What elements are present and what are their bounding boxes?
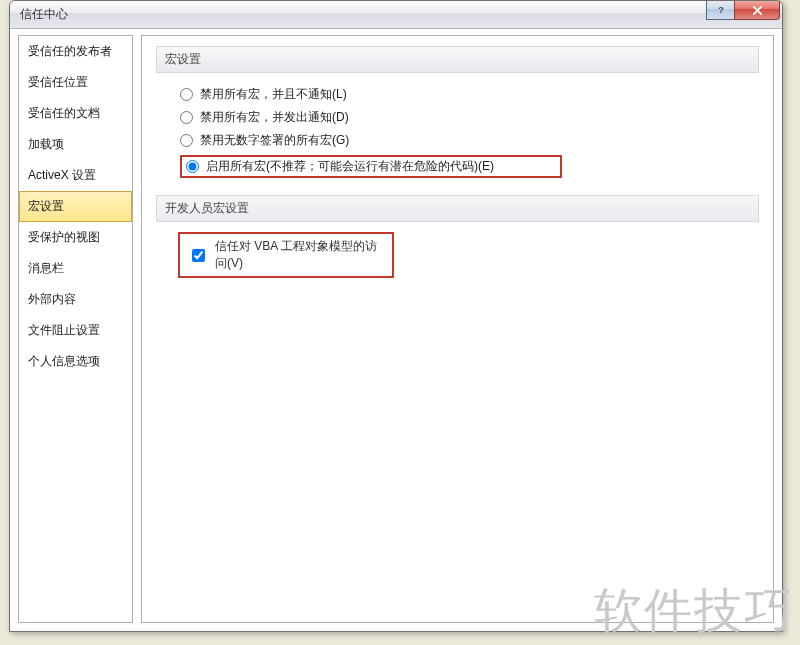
checkbox-label: 信任对 VBA 工程对象模型的访问(V) <box>215 238 384 272</box>
checkbox-trust-vba[interactable] <box>192 249 205 262</box>
sidebar-item-trusted-documents[interactable]: 受信任的文档 <box>19 98 132 129</box>
radio-label: 禁用所有宏，并发出通知(D) <box>200 109 349 126</box>
sidebar-item-macro-settings[interactable]: 宏设置 <box>19 191 132 222</box>
highlight-enable-all: 启用所有宏(不推荐；可能会运行有潜在危险的代码)(E) <box>180 155 562 178</box>
sidebar-item-privacy[interactable]: 个人信息选项 <box>19 346 132 377</box>
close-icon <box>751 5 764 16</box>
radio-enable-all[interactable] <box>186 160 199 173</box>
help-icon: ? <box>715 5 727 15</box>
radio-label: 禁用所有宏，并且不通知(L) <box>200 86 347 103</box>
sidebar-item-external-content[interactable]: 外部内容 <box>19 284 132 315</box>
macro-options: 禁用所有宏，并且不通知(L) 禁用所有宏，并发出通知(D) 禁用无数字签署的所有… <box>178 83 759 181</box>
help-button[interactable]: ? <box>706 1 735 20</box>
sidebar-item-file-block[interactable]: 文件阻止设置 <box>19 315 132 346</box>
radio-label: 启用所有宏(不推荐；可能会运行有潜在危险的代码)(E) <box>206 158 494 175</box>
sidebar: 受信任的发布者 受信任位置 受信任的文档 加载项 ActiveX 设置 宏设置 … <box>18 35 133 623</box>
svg-text:?: ? <box>718 5 724 15</box>
dialog-body: 受信任的发布者 受信任位置 受信任的文档 加载项 ActiveX 设置 宏设置 … <box>10 29 782 631</box>
opt-disable-notify[interactable]: 禁用所有宏，并发出通知(D) <box>178 106 759 129</box>
sidebar-item-message-bar[interactable]: 消息栏 <box>19 253 132 284</box>
highlight-trust-vba: 信任对 VBA 工程对象模型的访问(V) <box>178 232 394 278</box>
sidebar-item-protected-view[interactable]: 受保护的视图 <box>19 222 132 253</box>
titlebar[interactable]: 信任中心 ? <box>10 1 782 29</box>
dialog-window: 信任中心 ? 受信任的发布者 受信任位置 受信任的文档 加载项 ActiveX … <box>9 0 783 632</box>
sidebar-item-activex[interactable]: ActiveX 设置 <box>19 160 132 191</box>
opt-disable-unsigned[interactable]: 禁用无数字签署的所有宏(G) <box>178 129 759 152</box>
radio-disable-unsigned[interactable] <box>180 134 193 147</box>
sidebar-item-trusted-publishers[interactable]: 受信任的发布者 <box>19 36 132 67</box>
window-title: 信任中心 <box>10 6 68 23</box>
radio-disable-notify[interactable] <box>180 111 193 124</box>
close-button[interactable] <box>734 1 780 20</box>
opt-enable-all[interactable]: 启用所有宏(不推荐；可能会运行有潜在危险的代码)(E) <box>178 152 759 181</box>
opt-disable-no-notify[interactable]: 禁用所有宏，并且不通知(L) <box>178 83 759 106</box>
radio-disable-no-notify[interactable] <box>180 88 193 101</box>
sidebar-item-addins[interactable]: 加载项 <box>19 129 132 160</box>
section-macro-header: 宏设置 <box>156 46 759 73</box>
content-pane: 宏设置 禁用所有宏，并且不通知(L) 禁用所有宏，并发出通知(D) 禁用无数字签… <box>141 35 774 623</box>
window-controls: ? <box>707 1 780 20</box>
radio-label: 禁用无数字签署的所有宏(G) <box>200 132 349 149</box>
sidebar-item-trusted-locations[interactable]: 受信任位置 <box>19 67 132 98</box>
section-dev-header: 开发人员宏设置 <box>156 195 759 222</box>
